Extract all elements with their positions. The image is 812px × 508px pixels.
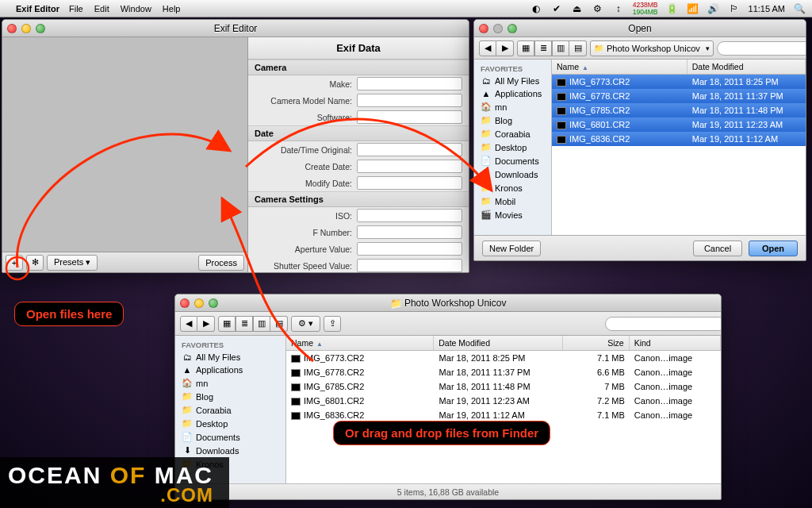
action-menu-button[interactable]: ⚙ ▾ <box>291 316 320 332</box>
open-button[interactable]: Open <box>749 241 798 256</box>
shutter-input[interactable] <box>357 259 462 272</box>
cancel-button[interactable]: Cancel <box>693 241 742 256</box>
titlebar[interactable]: 📁 Photo Workshop Unicov <box>175 294 721 312</box>
status-icon[interactable]: ✔ <box>550 3 563 14</box>
view-coverflow-button[interactable]: ▤ <box>270 316 288 332</box>
model-input[interactable] <box>357 94 462 107</box>
file-row[interactable]: IMG_6836.CR2Mar 19, 2011 1:12 AM <box>552 132 806 146</box>
file-row[interactable]: IMG_6785.CR2Mar 18, 2011 11:48 PM <box>552 103 806 117</box>
battery-icon[interactable]: 🔋 <box>666 3 679 14</box>
sidebar-item[interactable]: ⬇Downloads <box>175 444 285 457</box>
column-size[interactable]: Size <box>563 336 630 350</box>
column-date[interactable]: Date Modified <box>434 336 563 350</box>
search-input[interactable] <box>717 41 806 56</box>
titlebar[interactable]: Open <box>474 20 806 37</box>
sidebar-item[interactable]: 📁Blog <box>474 114 551 127</box>
menu-window[interactable]: Window <box>121 4 151 13</box>
add-button[interactable]: + <box>6 255 23 271</box>
sidebar-item[interactable]: 📁Coraabia <box>474 127 551 140</box>
volume-icon[interactable]: 🔊 <box>707 3 720 14</box>
sidebar-item[interactable]: ▲Applications <box>474 87 551 100</box>
make-input[interactable] <box>357 77 462 90</box>
file-row[interactable]: IMG_6778.CR2Mar 18, 2011 11:37 PM6.6 MBC… <box>286 365 721 379</box>
menu-edit[interactable]: Edit <box>94 4 109 13</box>
location-popup[interactable]: Photo Workshop Unicov <box>590 40 714 56</box>
sidebar-item[interactable]: 📄Documents <box>175 430 285 444</box>
forward-button[interactable]: ▶ <box>496 40 514 56</box>
titlebar[interactable]: Exif Editor <box>2 20 469 37</box>
app-menu[interactable]: Exif Editor <box>16 4 59 13</box>
column-kind[interactable]: Kind <box>630 336 721 350</box>
view-list-button[interactable]: ≣ <box>534 40 552 56</box>
status-icon[interactable]: ◐ <box>530 3 542 14</box>
view-coverflow-button[interactable]: ▤ <box>569 40 587 56</box>
file-list[interactable]: Name Date Modified Size Kind IMG_6773.CR… <box>286 336 721 483</box>
modify-date-input[interactable] <box>357 176 462 190</box>
column-name[interactable]: Name <box>286 336 434 350</box>
minimize-icon[interactable] <box>21 24 31 33</box>
action-button[interactable]: ✻ <box>26 255 44 271</box>
status-icon[interactable]: ↕ <box>612 3 625 14</box>
share-button[interactable]: ⇪ <box>324 316 341 332</box>
iso-input[interactable] <box>357 209 462 222</box>
back-button[interactable]: ◀ <box>479 40 496 56</box>
sidebar-item[interactable]: 🏠mn <box>474 100 551 114</box>
search-input[interactable] <box>605 317 722 331</box>
file-row[interactable]: IMG_6773.CR2Mar 18, 2011 8:25 PM <box>552 75 806 89</box>
menubar-clock[interactable]: 11:15 AM <box>749 4 785 13</box>
close-icon[interactable] <box>479 24 488 33</box>
sidebar-item[interactable]: 📁Desktop <box>175 417 285 430</box>
file-row[interactable]: IMG_6785.CR2Mar 18, 2011 11:48 PM7 MBCan… <box>286 379 721 394</box>
view-column-button[interactable]: ▥ <box>552 40 569 56</box>
image-drop-area[interactable]: + ✻ Presets ▾ Process <box>2 37 248 272</box>
sidebar-item[interactable]: 📁Blog <box>175 390 285 403</box>
view-column-button[interactable]: ▥ <box>253 316 270 332</box>
menu-help[interactable]: Help <box>163 4 181 13</box>
view-icon-button[interactable]: ▦ <box>517 40 534 56</box>
minimize-icon[interactable] <box>194 298 204 308</box>
fnumber-input[interactable] <box>357 225 462 239</box>
flag-icon[interactable]: 🏳 <box>728 3 741 14</box>
dt-original-input[interactable] <box>357 143 462 156</box>
presets-button[interactable]: Presets ▾ <box>47 255 98 271</box>
sidebar-item[interactable]: 📁Desktop <box>474 140 551 154</box>
exif-scroll[interactable]: Camera Make: Camera Model Name: Software… <box>248 60 469 272</box>
zoom-icon[interactable] <box>209 298 218 308</box>
close-icon[interactable] <box>7 24 17 33</box>
column-date[interactable]: Date Modified <box>688 60 806 74</box>
folder-icon: 📁 <box>481 115 492 125</box>
file-row[interactable]: IMG_6773.CR2Mar 18, 2011 8:25 PM7.1 MBCa… <box>286 351 721 365</box>
wifi-icon[interactable]: 📶 <box>687 3 699 14</box>
sidebar-item[interactable]: 📁Coraabia <box>175 403 285 417</box>
status-icon[interactable]: ⏏ <box>571 3 584 14</box>
file-row[interactable]: IMG_6778.CR2Mar 18, 2011 11:37 PM <box>552 89 806 103</box>
sidebar-item[interactable]: 🎬Movies <box>474 208 551 221</box>
aperture-input[interactable] <box>357 242 462 256</box>
menu-file[interactable]: File <box>69 4 83 13</box>
sidebar-item[interactable]: 🗂All My Files <box>474 75 551 87</box>
forward-button[interactable]: ▶ <box>197 316 215 332</box>
zoom-icon[interactable] <box>36 24 45 33</box>
zoom-icon[interactable] <box>508 24 517 33</box>
new-folder-button[interactable]: New Folder <box>482 241 541 256</box>
close-icon[interactable] <box>180 298 190 308</box>
view-list-button[interactable]: ≣ <box>236 316 253 332</box>
sidebar-item[interactable]: 🏠mn <box>175 376 285 390</box>
file-row[interactable]: IMG_6801.CR2Mar 19, 2011 12:23 AM <box>552 117 806 132</box>
software-input[interactable] <box>357 110 462 124</box>
sidebar-item[interactable]: 📁Kronos <box>474 181 551 194</box>
file-list[interactable]: Name Date Modified IMG_6773.CR2Mar 18, 2… <box>552 60 806 235</box>
sidebar-item[interactable]: 🗂All My Files <box>175 351 285 364</box>
spotlight-icon[interactable]: 🔍 <box>793 3 806 14</box>
back-button[interactable]: ◀ <box>180 316 197 332</box>
sidebar-item[interactable]: 📄Documents <box>474 154 551 167</box>
create-date-input[interactable] <box>357 160 462 173</box>
file-row[interactable]: IMG_6801.CR2Mar 19, 2011 12:23 AM7.2 MBC… <box>286 394 721 408</box>
sidebar-item[interactable]: ⬇Downloads <box>474 167 551 181</box>
sidebar-item[interactable]: ▲Applications <box>175 364 285 376</box>
status-icon[interactable]: ⚙ <box>592 3 604 14</box>
view-icon-button[interactable]: ▦ <box>218 316 236 332</box>
sidebar-item[interactable]: 📁Mobil <box>474 194 551 208</box>
column-name[interactable]: Name <box>552 60 688 74</box>
process-button[interactable]: Process <box>198 255 244 271</box>
